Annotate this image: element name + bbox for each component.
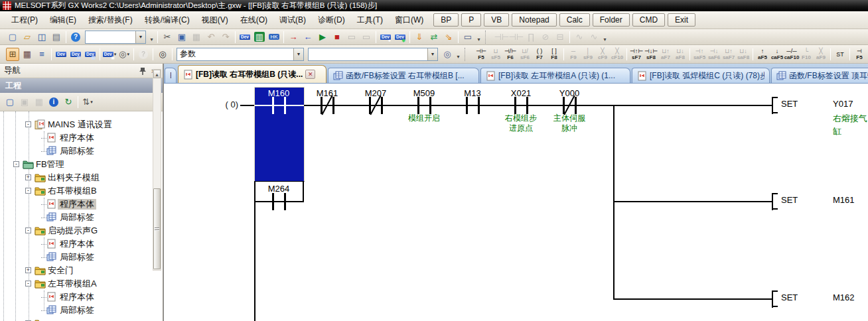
invert-falling-button[interactable]: ↓caF5 [770,46,784,62]
tree-item-安全门[interactable]: +安全门 [0,264,163,277]
toolbar1c-overflow-icon[interactable]: ▾ [601,31,609,44]
application-instruction-button[interactable]: [ ]F8 [547,46,561,62]
scroll-up-icon[interactable]: ▲ [153,70,161,78]
tree-item-FB管理[interactable]: -FB管理 [0,158,163,171]
close-contact-button[interactable]: ⊣/⊢F6 [504,46,517,62]
scrollbar-thumb[interactable] [153,188,161,269]
nav-new-data-icon[interactable]: ▢ [3,96,17,109]
launcher-button-folder[interactable]: Folder [593,13,630,27]
open-contact-button[interactable]: ⊣⊢F5 [474,46,488,62]
tab-[FB]读取右耳带模组B(只读...[interactable]: [FB]读取 右耳带模组B (只读...✕ [178,65,326,83]
device-on-icon[interactable]: Dev● [379,31,392,44]
monitor-condition-icon[interactable]: ▭ [461,31,474,44]
monitor-start-icon[interactable]: ▶ [316,31,329,44]
menu-item-F[interactable]: 搜索/替换(F) [82,12,139,29]
tree-item-程序本体[interactable]: 程序本体 [0,131,163,145]
statement-jump-icon[interactable]: ⇓ [413,31,426,44]
toolbar1-combo[interactable]: ▼ [85,31,146,44]
monitor-stop-icon[interactable]: ■ [330,31,344,44]
device-watch-icon[interactable]: Dev◉▾ [103,48,116,61]
tree-scrollbar[interactable]: ▲ [153,69,161,271]
device-off-icon[interactable]: Dev◆ [394,31,407,44]
write-to-plc-icon[interactable]: → [287,31,300,44]
module-configuration-icon[interactable]: ▦ [21,48,34,61]
collapse-icon[interactable]: - [25,281,31,287]
tree-item-右耳带模组B[interactable]: -右耳带模组B [0,184,163,198]
tree-item-程序本体[interactable]: 程序本体 [0,198,163,211]
menu-item-B[interactable]: 调试(B) [273,12,312,29]
rising-pulse-button[interactable]: ⊣↑⊢sF7 [630,46,643,62]
tab-B][interactable]: B] [165,68,177,83]
launcher-button-bp[interactable]: BP [433,13,459,27]
tab-[FB]读取左耳带模组A(只读)(1...[interactable]: [FB]读取 左耳带模组A (只读) (1... [480,68,630,83]
edge-clipped-button[interactable]: ⊣F5 [853,46,866,62]
tree-item-局部标签[interactable]: 局部标签 [0,211,163,224]
device-search-icon[interactable]: Dev [238,31,252,44]
toolbar2-combo-left-dropdown-icon[interactable]: ▼ [293,48,303,60]
device-comment-icon[interactable]: Dev▤ [69,48,82,61]
tab-函数/FB标签设置顶耳带模[interactable]: 函数/FB标签设置 顶耳带模 [771,68,868,83]
menu-item-O[interactable]: 在线(O) [234,12,273,29]
ladder-cursor-cell[interactable] [254,87,305,182]
toolbar1b-overflow-icon[interactable]: ▾ [475,31,482,44]
cut-icon[interactable]: ✂ [161,31,174,44]
toolbar2-combo-left[interactable]: 参数▼ [177,48,304,61]
menu-item-V[interactable]: 视图(V) [196,12,234,29]
tree-item-左耳带模组A[interactable]: -左耳带模组A [0,277,163,290]
navigation-toggle-icon[interactable]: ⊞ [6,48,19,61]
expand-icon[interactable]: + [25,267,31,273]
collapse-icon[interactable]: - [25,227,31,233]
collapse-icon[interactable]: - [25,121,31,127]
print-icon[interactable]: ▤ [50,31,63,44]
tree-item-程序本体[interactable]: 程序本体 [0,237,163,251]
launcher-button-notepad[interactable]: Notepad [512,13,556,27]
ladder-monitor-icon[interactable]: ▥ [253,31,266,44]
tree-item-出料夹子模组[interactable]: +出料夹子模组 [0,171,163,184]
tree-item-MAINS通讯设置[interactable]: -MAINS 通讯设置 [0,118,163,131]
help-icon[interactable]: ? [69,31,82,44]
menu-item-C[interactable]: 转换/编译(C) [139,12,196,29]
falling-pulse-button[interactable]: ⊣↓⊢sF8 [644,46,658,62]
open-file-icon[interactable]: ▱ [21,31,34,44]
launcher-button-exit[interactable]: Exit [668,13,695,27]
launcher-button-calc[interactable]: Calc [559,13,590,27]
launcher-button-cmd[interactable]: CMD [632,13,665,27]
coil-button[interactable]: ( )F7 [533,46,546,62]
tree-item-局部标签[interactable]: 局部标签 [0,145,163,158]
copy-icon[interactable]: ▣ [175,31,188,44]
menu-item-E[interactable]: 编辑(E) [44,12,82,29]
toolbar2-combo-right-dropdown-icon[interactable]: ▼ [427,48,437,60]
pin-icon[interactable] [137,66,148,76]
expand-icon[interactable]: + [25,174,31,180]
menu-item-W[interactable]: 窗口(W) [389,12,429,29]
nav-refresh-icon[interactable]: ↻ [62,96,75,109]
collapse-icon[interactable]: - [25,188,31,194]
nav-property-icon[interactable]: i [47,96,60,109]
program-display-icon[interactable]: ≡ [35,48,48,61]
device-comment-edit-icon[interactable]: ⇄ [427,31,441,44]
toolbar2-combo-right[interactable]: ▼ [308,48,438,61]
collapse-icon[interactable]: - [13,161,19,167]
save-icon[interactable]: ◫ [35,31,48,44]
launcher-button-p[interactable]: P [461,13,481,27]
tree-item-局部标签[interactable]: 局部标签 [0,304,163,317]
tab-[FB]读取弧焊模组C(只读)(78)步[interactable]: [FB]读取 弧焊模组C (只读) (78)步 [632,68,770,83]
toolbar1-overflow-icon[interactable]: ▾ [148,31,155,44]
tree-item-局部标签[interactable]: 局部标签 [0,251,163,264]
tree-item-启动提示声G[interactable]: -启动提示声G [0,224,163,237]
cross-reference-icon[interactable]: ◎▾ [117,48,131,61]
menu-item-T[interactable]: 工具(T) [351,12,389,29]
ladder-canvas[interactable]: ( 0)M160M161M207M509模组开启M13X021右模组步进原点Y0… [164,84,868,321]
toolbar2-overflow-icon[interactable]: ▾ [455,48,462,61]
toolbar1-combo-dropdown-icon[interactable]: ▼ [135,31,145,43]
device-test-icon[interactable]: HK [267,31,281,44]
display-target-icon[interactable]: ◎ [441,48,454,61]
tree-item-程序本体[interactable]: 程序本体 [0,290,163,304]
menu-item-D[interactable]: 诊断(D) [312,12,351,29]
inline-st-button[interactable]: ST [833,46,847,62]
new-file-icon[interactable]: ▢ [6,31,19,44]
tab-close-icon[interactable]: ✕ [305,70,315,79]
launcher-button-vb[interactable]: VB [484,13,509,27]
invert-rising-button[interactable]: ↑aF5 [756,46,769,62]
note-jump-icon[interactable]: ⇘ [442,31,455,44]
